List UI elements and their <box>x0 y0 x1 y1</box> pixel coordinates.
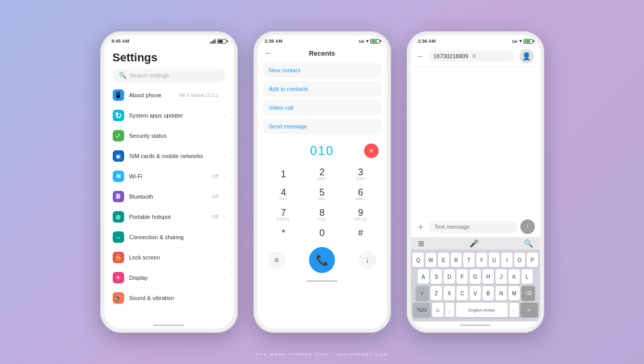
dialpad-key-5[interactable]: 5 JKL <box>303 185 341 204</box>
status-bar-1: 8:45 AM <box>104 35 234 46</box>
dialpad-key-star[interactable]: * <box>265 225 302 241</box>
bluetooth-badge: Off <box>212 194 218 199</box>
num-sym-key[interactable]: ?123 <box>413 303 431 317</box>
key-x[interactable]: X <box>444 286 455 301</box>
space-key[interactable]: English (India) <box>456 303 508 317</box>
sms-text-field[interactable] <box>428 220 517 233</box>
shift-key[interactable]: ⇧ <box>415 286 429 301</box>
dialpad-key-7[interactable]: 7 PQRS <box>265 205 302 224</box>
dialpad-key-9[interactable]: 9 WXYZ <box>342 205 379 224</box>
new-contact-button[interactable]: New contact <box>263 62 382 78</box>
dialpad-key-3[interactable]: 3 DEF <box>342 164 379 184</box>
dialpad-key-4[interactable]: 4 GHI <box>265 185 302 204</box>
key-b[interactable]: B <box>482 286 494 301</box>
key-w[interactable]: W <box>425 253 436 267</box>
settings-item-system-apps[interactable]: ↻ System apps updater › <box>104 106 234 126</box>
keyboard-grid-icon[interactable]: ⊞ <box>418 239 424 248</box>
key-t[interactable]: T <box>463 253 474 267</box>
dialpad-download-button[interactable]: ↓ <box>359 251 377 269</box>
wifi3-icon: ▾ <box>519 38 522 44</box>
about-phone-arrow: › <box>223 93 225 98</box>
keyboard-mic-icon[interactable]: 🎤 <box>469 239 478 248</box>
keyboard-row-2: A S D F G H J K L <box>413 269 538 284</box>
hotspot-arrow: › <box>223 214 225 220</box>
dialpad-key-1[interactable]: 1 <box>265 164 302 184</box>
key-k[interactable]: K <box>508 269 520 284</box>
key-c[interactable]: C <box>457 286 468 301</box>
dialpad-menu-button[interactable]: ≡ <box>268 251 286 269</box>
system-apps-icon: ↻ <box>113 110 124 121</box>
battery3-icon <box>524 39 533 44</box>
call-button[interactable]: 📞 <box>309 247 335 273</box>
display-icon: ☀ <box>113 272 124 283</box>
key-i[interactable]: I <box>501 253 512 267</box>
key-o[interactable]: O <box>514 253 525 267</box>
key-z[interactable]: Z <box>431 286 442 301</box>
sms-send-button[interactable]: ↑ <box>520 219 535 234</box>
video-call-button[interactable]: Video call <box>263 100 382 115</box>
settings-item-security[interactable]: ✓ Security status › <box>104 126 234 146</box>
dialpad-key-6[interactable]: 6 MNO <box>342 185 379 204</box>
settings-item-sim[interactable]: ▣ SIM cards & mobile networks › <box>104 146 234 166</box>
dialpad-key-8[interactable]: 8 TUV <box>303 205 341 224</box>
settings-item-wifi[interactable]: ≋ Wi-Fi Off › <box>104 166 234 187</box>
sms-conversation-body <box>411 67 540 216</box>
dialpad-key-2[interactable]: 2 ABC <box>303 164 341 184</box>
key-h[interactable]: H <box>482 269 494 284</box>
dialer-back-button[interactable]: ← <box>265 49 272 57</box>
search-bar[interactable]: 🔍 Search settings <box>113 69 225 82</box>
phone-dialer: 2:36 AM 1al ▾ ← Recents New contact Add … <box>253 31 391 333</box>
wifi-arrow: › <box>223 174 225 179</box>
backspace-button[interactable]: ✕ <box>364 144 379 158</box>
security-icon: ✓ <box>113 130 124 141</box>
lock-screen-label: Lock screen <box>129 254 219 261</box>
settings-item-connection[interactable]: ↔ Connection & sharing › <box>104 227 234 248</box>
about-phone-label: About phone <box>129 92 175 98</box>
time-2: 2:36 AM <box>265 38 283 44</box>
sms-input-area: ＋ ↑ <box>411 216 540 237</box>
sms-back-button[interactable]: ← <box>417 52 424 60</box>
key-v[interactable]: V <box>469 286 481 301</box>
settings-item-display[interactable]: ☀ Display › <box>104 268 234 288</box>
key-u[interactable]: U <box>489 253 500 267</box>
key-e[interactable]: E <box>438 253 449 267</box>
key-s[interactable]: S <box>431 269 442 284</box>
key-q[interactable]: Q <box>412 253 423 267</box>
send-message-button[interactable]: Send message <box>263 119 382 134</box>
dialpad-key-hash[interactable]: # <box>342 225 379 241</box>
key-g[interactable]: G <box>469 269 481 284</box>
wifi-label: Wi-Fi <box>129 173 207 179</box>
enter-key[interactable]: ↵ <box>520 303 538 317</box>
system-apps-label: System apps updater <box>129 112 219 119</box>
sim-label: SIM cards & mobile networks <box>129 153 219 159</box>
comma-key[interactable]: , <box>445 303 454 317</box>
settings-item-hotspot[interactable]: ⊕ Portable hotspot Off › <box>104 207 234 227</box>
lock-screen-arrow: › <box>223 255 225 261</box>
key-f[interactable]: F <box>457 269 468 284</box>
contact-avatar-button[interactable]: 👤 <box>519 49 534 63</box>
attachment-button[interactable]: ＋ <box>416 220 425 233</box>
key-m[interactable]: M <box>508 286 520 301</box>
home-indicator-1 <box>104 321 234 329</box>
key-j[interactable]: J <box>495 269 507 284</box>
remove-recipient-button[interactable]: ✕ <box>472 53 477 60</box>
key-d[interactable]: D <box>444 269 455 284</box>
key-y[interactable]: Y <box>476 253 487 267</box>
settings-item-about-phone[interactable]: 📱 About phone MIUI Global 12.0.2 › <box>104 85 234 106</box>
emoji-key[interactable]: ☺ <box>432 303 444 317</box>
add-contacts-button[interactable]: Add to contacts <box>263 81 382 97</box>
settings-item-lock-screen[interactable]: 🔒 Lock screen › <box>104 248 234 268</box>
settings-item-bluetooth[interactable]: 𝐁 Bluetooth Off › <box>104 187 234 207</box>
key-l[interactable]: L <box>521 269 533 284</box>
keyboard-search-icon[interactable]: 🔍 <box>524 239 533 248</box>
dialpad-key-0[interactable]: 0 <box>303 225 341 241</box>
backspace-key[interactable]: ⌫ <box>521 286 535 301</box>
key-r[interactable]: R <box>451 253 462 267</box>
settings-item-sound[interactable]: 🔊 Sound & vibration › <box>104 288 234 308</box>
key-p[interactable]: P <box>527 253 538 267</box>
key-n[interactable]: N <box>495 286 507 301</box>
status-icons-1 <box>210 39 226 44</box>
about-phone-icon: 📱 <box>113 89 124 101</box>
key-a[interactable]: A <box>418 269 429 284</box>
period-key[interactable]: . <box>509 303 519 317</box>
